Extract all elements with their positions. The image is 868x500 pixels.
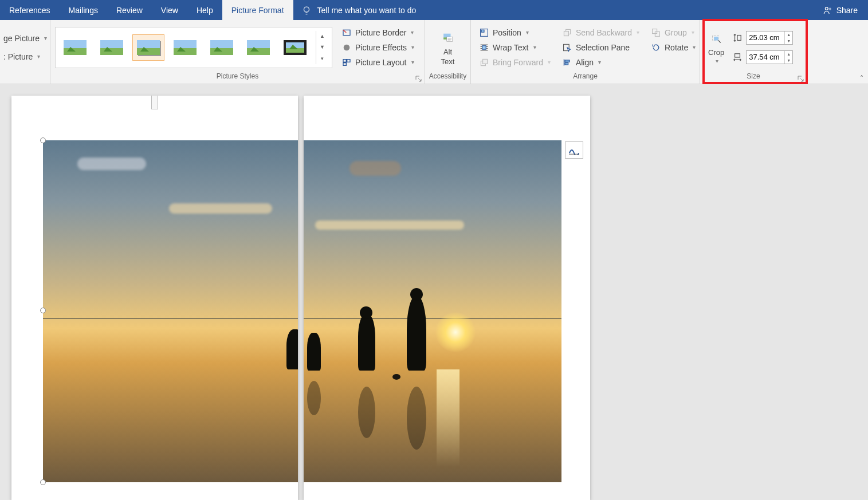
alt-text-label-1: Alt — [443, 48, 452, 56]
bring-forward-button: Bring Forward ▾ — [476, 56, 554, 69]
width-down[interactable]: ▼ — [785, 57, 792, 64]
height-up[interactable]: ▲ — [785, 32, 792, 38]
picture-style-1[interactable] — [59, 34, 91, 61]
svg-rect-25 — [564, 31, 568, 36]
position-button[interactable]: Position ▾ — [476, 26, 554, 40]
picture-border-icon — [341, 27, 352, 38]
collapse-ribbon-button[interactable]: ˄ — [860, 74, 863, 82]
picture-effects-icon — [341, 42, 352, 53]
svg-rect-4 — [343, 59, 346, 62]
tab-view[interactable]: View — [152, 0, 187, 20]
svg-rect-15 — [482, 45, 486, 49]
tab-review[interactable]: Review — [107, 0, 152, 20]
share-label: Share — [836, 6, 858, 15]
picture-style-6[interactable] — [242, 34, 274, 61]
chevron-down-icon: ▾ — [411, 44, 414, 50]
group-label-picture-styles: Picture Styles — [217, 72, 258, 80]
size-dialog-launcher[interactable] — [798, 76, 804, 82]
picture-style-2[interactable] — [96, 34, 128, 61]
align-icon — [562, 57, 572, 68]
svg-rect-6 — [343, 62, 346, 65]
inserted-picture-left-half[interactable] — [43, 140, 298, 482]
picture-styles-dialog-launcher[interactable] — [415, 76, 422, 82]
picture-effects-label: Picture Effects — [355, 43, 407, 52]
page-gutter-marker — [151, 96, 158, 109]
group-button: Group ▾ — [647, 26, 699, 40]
wrap-text-button[interactable]: Wrap Text ▾ — [476, 41, 554, 54]
picture-style-3[interactable] — [132, 34, 164, 61]
tell-me-search[interactable]: Tell me what you want to do — [293, 0, 425, 20]
ribbon-group-adjust-clipped: ge Picture ▾ : Picture ▾ — [0, 20, 50, 84]
change-picture-button[interactable]: ge Picture ▾ — [0, 32, 50, 45]
svg-rect-35 — [735, 53, 740, 57]
svg-rect-30 — [653, 29, 657, 33]
svg-point-1 — [825, 7, 828, 10]
rotate-button[interactable]: Rotate ▾ — [647, 41, 699, 54]
share-button[interactable]: Share — [812, 0, 868, 20]
picture-border-label: Picture Border — [355, 28, 406, 37]
group-label-arrange: Arrange — [573, 72, 598, 80]
ribbon-group-picture-styles: ▲ ▼ ▾ Picture Border ▾ Picture Effects ▾ — [50, 20, 425, 84]
picture-style-4[interactable] — [169, 34, 201, 61]
chevron-down-icon: ▾ — [533, 44, 536, 50]
picture-layout-button[interactable]: Picture Layout ▾ — [338, 56, 418, 69]
ribbon-tab-bar: References Mailings Review View Help Pic… — [0, 0, 868, 20]
height-down[interactable]: ▼ — [785, 38, 792, 44]
svg-rect-23 — [483, 59, 488, 64]
tell-me-placeholder: Tell me what you want to do — [317, 6, 417, 15]
tab-picture-format[interactable]: Picture Format — [222, 0, 293, 20]
picture-style-gallery: ▲ ▼ ▾ — [55, 27, 332, 68]
width-input[interactable]: 37.54 cm ▲▼ — [746, 50, 793, 64]
rotate-label: Rotate — [665, 43, 688, 52]
crop-button[interactable]: Crop ▾ — [705, 29, 728, 66]
selection-handle-tl[interactable] — [40, 137, 46, 143]
svg-point-3 — [344, 44, 350, 50]
crop-icon — [708, 31, 724, 47]
chevron-down-icon: ▾ — [692, 29, 694, 36]
chevron-down-icon: ▾ — [716, 58, 718, 64]
picture-effects-button[interactable]: Picture Effects ▾ — [338, 41, 418, 54]
chevron-down-icon: ▾ — [637, 29, 639, 36]
layout-options-button[interactable] — [565, 141, 583, 159]
reset-picture-button[interactable]: : Picture ▾ — [0, 50, 44, 63]
height-input[interactable]: 25.03 cm ▲▼ — [746, 31, 793, 45]
width-up[interactable]: ▲ — [785, 51, 792, 57]
width-value: 37.54 cm — [747, 53, 784, 61]
height-icon — [732, 33, 743, 43]
selection-pane-button[interactable]: Selection Pane — [559, 41, 643, 54]
group-label-accessibility: Accessibility — [429, 72, 466, 80]
selection-handle-bl[interactable] — [40, 479, 46, 485]
tab-help[interactable]: Help — [187, 0, 222, 20]
tab-mailings[interactable]: Mailings — [60, 0, 107, 20]
picture-border-button[interactable]: Picture Border ▾ — [338, 26, 418, 40]
alt-text-button[interactable]: Alt Text — [435, 27, 461, 68]
picture-style-gallery-more: ▲ ▼ ▾ — [316, 31, 328, 64]
chevron-down-icon: ▾ — [598, 59, 601, 65]
page-2 — [304, 96, 590, 500]
bring-forward-label: Bring Forward — [493, 58, 543, 67]
alt-text-label-2: Text — [441, 57, 455, 66]
send-backward-label: Send Backward — [576, 28, 632, 37]
chevron-down-icon: ▾ — [411, 29, 414, 36]
document-canvas[interactable] — [0, 84, 868, 500]
gallery-scroll-down[interactable]: ▼ — [316, 42, 328, 53]
wrap-text-label: Wrap Text — [493, 43, 529, 52]
crop-label: Crop — [708, 48, 724, 57]
change-picture-label: ge Picture — [3, 34, 40, 43]
alt-text-icon — [439, 29, 457, 46]
chevron-down-icon: ▾ — [693, 44, 696, 50]
gallery-scroll-up[interactable]: ▲ — [316, 31, 328, 42]
height-value: 25.03 cm — [747, 33, 784, 42]
selection-handle-ml[interactable] — [40, 308, 46, 313]
inserted-picture-right-half[interactable] — [304, 140, 561, 482]
picture-style-7[interactable] — [279, 34, 311, 61]
chevron-down-icon: ▾ — [548, 59, 551, 65]
chevron-down-icon: ▾ — [37, 53, 40, 60]
gallery-expand[interactable]: ▾ — [316, 53, 328, 64]
group-label-size: Size — [747, 72, 760, 80]
width-icon — [732, 52, 743, 62]
picture-style-5[interactable] — [206, 34, 238, 61]
position-label: Position — [493, 28, 521, 37]
align-button[interactable]: Align ▾ — [559, 56, 643, 69]
tab-references[interactable]: References — [0, 0, 60, 20]
